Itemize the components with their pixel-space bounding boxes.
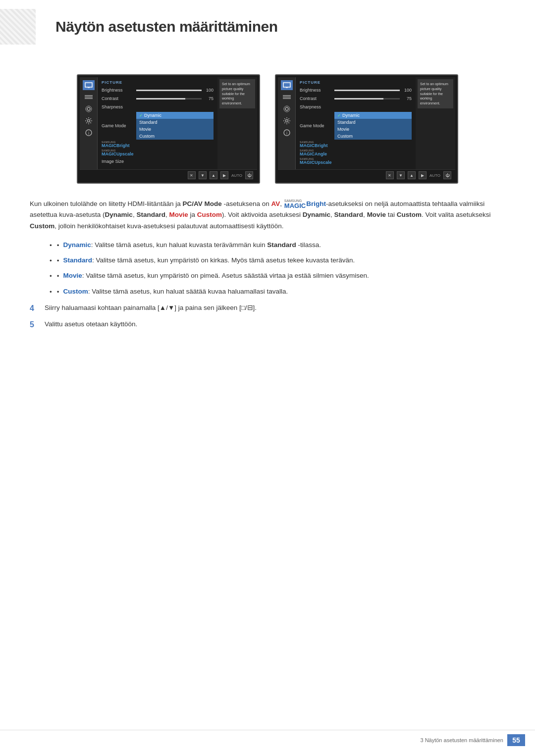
osd-label-sharpness-2: Sharpness <box>300 104 334 109</box>
tooltip-text-2: Set to an optimum picture quality suitab… <box>420 82 451 106</box>
step-4-num: 4 <box>30 302 45 315</box>
svg-rect-10 <box>283 83 290 87</box>
osd-row-magic-upscale-1: SAMSUNG MAGIC Upscale <box>102 150 214 156</box>
osd-icon-settings-2 <box>281 104 293 114</box>
svg-rect-11 <box>286 87 288 88</box>
magic-bright-inline: Bright <box>306 200 326 207</box>
samsung-magic-inline-header: SAMSUNGMAGIC <box>284 199 306 209</box>
page-number: 55 <box>512 736 520 744</box>
bullet-dynamic: • Dynamic: Valitse tämä asetus, kun halu… <box>50 240 505 251</box>
osd-tooltip-1: Set to an optimum picture quality suitab… <box>219 79 255 108</box>
step-5: 5 Valittu asetus otetaan käyttöön. <box>30 319 505 331</box>
osd-btn-x-2: ✕ <box>386 171 394 179</box>
osd-btn-down-1: ▼ <box>199 171 207 179</box>
osd-icon-gear <box>83 116 95 126</box>
page-footer: 3 Näytön asetusten määrittäminen 55 <box>0 734 535 746</box>
chapter-bg-pattern <box>0 9 36 45</box>
bullet-standard: • Standard: Valitse tämä asetus, kun ymp… <box>50 255 505 266</box>
bullet-movie: • Movie: Valitse tämä asetus, kun ympäri… <box>50 270 505 282</box>
monitor-screen-2: i PICTURE Brightness <box>278 77 455 181</box>
osd-row-magic-bright-2: SAMSUNG MAGIC Bright <box>300 141 412 148</box>
osd-auto-label-1: AUTO <box>231 173 242 178</box>
magic-up-1: MAGIC <box>102 152 116 156</box>
osd-bar-fill-contrast-2 <box>334 98 383 100</box>
movie-ref: Movie <box>169 211 188 218</box>
tooltip-container-1: Set to an optimum picture quality suitab… <box>217 77 257 169</box>
osd-dropdown-1: ✓ Dynamic Standard Movie Custom <box>136 112 214 140</box>
tooltip-text-1: Set to an optimum picture quality suitab… <box>222 82 253 106</box>
step-5-num: 5 <box>30 318 45 331</box>
osd-bar-bg-brightness-1 <box>136 90 202 91</box>
osd-sidebar-2: i <box>278 77 296 169</box>
osd-row-contrast-2: Contrast 75 <box>300 95 412 102</box>
osd-row-magic-upscale-2: SAMSUNG MAGIC Upscale <box>300 158 412 165</box>
monitor-screen-1: i PICTURE Brightness <box>80 77 257 181</box>
svg-point-5 <box>87 107 90 110</box>
osd-dropdown-dynamic-1: ✓ Dynamic <box>136 112 214 119</box>
bullet-text-dynamic: Dynamic: Valitse tämä asetus, kun haluat… <box>63 240 321 251</box>
tooltip-container-2: Set to an optimum picture quality suitab… <box>416 77 455 169</box>
footer-chapter-ref: 3 Näytön asetusten määrittäminen <box>420 737 503 743</box>
osd-container-2: i PICTURE Brightness <box>278 77 455 169</box>
osd-label-brightness-2: Brightness <box>300 88 334 93</box>
svg-point-17 <box>285 120 288 122</box>
monitor-mockup-1: i PICTURE Brightness <box>77 74 260 184</box>
svg-point-16 <box>284 106 290 112</box>
osd-bar-contrast-2 <box>334 98 400 100</box>
standard-ref2: Standard <box>334 211 364 218</box>
bullet-text-movie: Movie: Valitse tämä asetus, kun ympärist… <box>63 270 369 281</box>
footer-divider <box>0 730 535 730</box>
bright-part-1: Bright <box>116 144 130 148</box>
osd-section-title-2: PICTURE <box>300 80 412 85</box>
svg-text:i: i <box>88 131 89 136</box>
osd-dropdown-movie-2: Movie <box>334 126 412 133</box>
osd-dropdown-movie-1: Movie <box>136 126 214 133</box>
osd-row-brightness-1: Brightness 100 <box>102 87 214 94</box>
osd-icon-info: i <box>83 128 95 138</box>
osd-dropdown-custom-1: Custom <box>136 133 214 140</box>
osd-auto-label-2: AUTO <box>429 173 440 178</box>
osd-bar-fill-brightness-1 <box>136 90 202 91</box>
osd-row-gamemode-1: Game Mode ✓ Dynamic Standard Movie Custo… <box>102 112 214 140</box>
osd-row-sharpness-1: Sharpness <box>102 103 214 110</box>
osd-icon-info-2: i <box>281 128 293 138</box>
bullet-marker-movie: • <box>57 271 59 282</box>
bullet-marker-dynamic: • <box>57 240 59 251</box>
osd-row-sharpness-2: Sharpness <box>300 103 412 110</box>
osd-tooltip-2: Set to an optimum picture quality suitab… <box>418 79 453 108</box>
osd-btn-up-1: ▲ <box>210 171 217 179</box>
bullet-list: • Dynamic: Valitse tämä asetus, kun halu… <box>50 240 505 298</box>
svg-rect-0 <box>85 83 92 87</box>
osd-main-2: PICTURE Brightness 100 <box>296 77 416 169</box>
movie-term: Movie <box>63 272 82 279</box>
svg-point-7 <box>87 120 90 122</box>
bullet-text-custom: Custom: Valitse tämä asetus, kun haluat … <box>63 286 288 297</box>
chapter-title: Näytön asetusten määrittäminen <box>55 18 277 35</box>
bullet-text-standard: Standard: Valitse tämä asetus, kun ympär… <box>63 255 355 266</box>
step-4-text: Siirry haluamaasi kohtaan painamalla [▲/… <box>45 302 257 313</box>
osd-value-brightness-2: 100 <box>402 88 412 93</box>
osd-section-title-1: PICTURE <box>102 80 214 85</box>
step-5-text: Valittu asetus otetaan käyttöön. <box>45 319 137 330</box>
custom-term: Custom <box>63 288 88 295</box>
osd-sidebar-1: i <box>80 77 98 169</box>
samsung-magic-upscale-label-2: SAMSUNG MAGIC Upscale <box>300 158 332 165</box>
body-paragraph: Kun ulkoinen tulolähde on liitetty HDMI-… <box>30 199 505 232</box>
osd-label-gamemode-1: Game Mode <box>102 123 136 128</box>
osd-btn-power-1: ⏻ <box>245 171 253 179</box>
magic-part-2: MAGIC <box>300 144 315 148</box>
osd-row-image-size-1: Image Size <box>102 158 214 165</box>
svg-point-15 <box>285 107 288 110</box>
upscale-2: Upscale <box>315 160 332 165</box>
osd-btn-x-1: ✕ <box>188 171 196 179</box>
checkmark-1: ✓ <box>139 113 143 118</box>
monitor-mockup-2: i PICTURE Brightness <box>275 74 458 184</box>
osd-label-image-size-1: Image Size <box>102 159 136 164</box>
osd-bar-bg-brightness-2 <box>334 90 400 91</box>
magic-up-2: MAGIC <box>300 160 315 165</box>
av-bold: AV <box>271 200 280 207</box>
page-header: 3 Näytön asetusten määrittäminen <box>0 0 535 50</box>
osd-row-gamemode-2: Game Mode ✓ Dynamic Standard Movie Custo… <box>300 112 412 140</box>
svg-text:i: i <box>286 131 287 136</box>
step-4: 4 Siirry haluamaasi kohtaan painamalla [… <box>30 302 505 315</box>
